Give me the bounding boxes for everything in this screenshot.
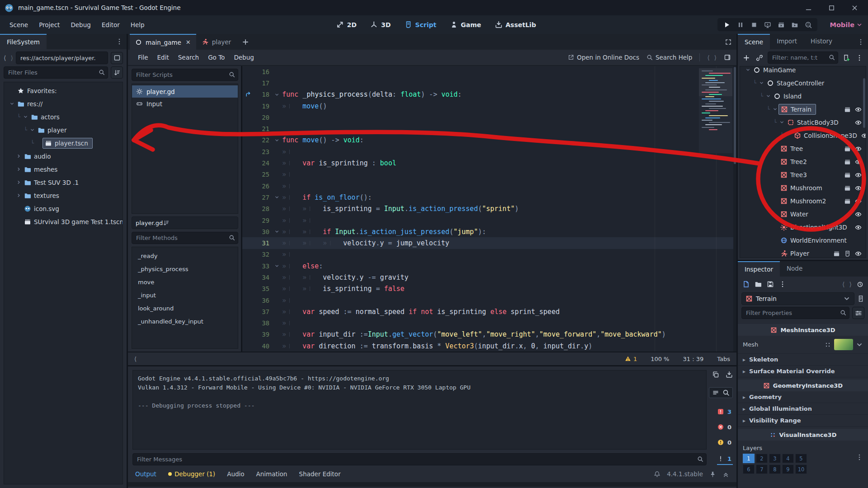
close-button[interactable]: [851, 5, 858, 11]
method-item-unhandled-key-input[interactable]: _unhandled_key_input: [132, 315, 238, 328]
clapper-button[interactable]: [844, 171, 851, 178]
editor-menu-search[interactable]: Search: [174, 52, 203, 63]
mute-bell-icon[interactable]: [654, 470, 660, 478]
counter-badge-alert[interactable]: 3: [717, 408, 733, 415]
eye-button[interactable]: [855, 223, 862, 231]
export-profile-dropdown[interactable]: Mobile: [830, 21, 863, 28]
nav-back-icon[interactable]: ⟨: [4, 54, 6, 61]
file-item-test-suv-3d-1[interactable]: Test SUV 3D .1: [4, 176, 123, 189]
code-line-35[interactable]: 35is_sprinting = false: [242, 283, 736, 295]
filter-scripts-input[interactable]: [132, 69, 238, 81]
menu-project[interactable]: Project: [34, 19, 65, 31]
code-line-29[interactable]: 29: [242, 215, 736, 226]
clapper-button[interactable]: [844, 158, 851, 165]
file-item-meshes[interactable]: meshes: [4, 163, 123, 176]
inspector-back-icon[interactable]: ⟨: [842, 281, 844, 288]
maximize-button[interactable]: [828, 5, 835, 11]
node-item-tree2[interactable]: Tree2: [740, 155, 866, 168]
bottom-tab-debugger-1[interactable]: Debugger (1): [168, 470, 215, 478]
zoom-level[interactable]: 100 %: [651, 356, 669, 362]
bottom-tab-animation[interactable]: Animation: [256, 470, 288, 478]
file-item-audio[interactable]: audio: [4, 150, 123, 163]
code-line-25[interactable]: 25: [242, 169, 736, 180]
history-back-icon[interactable]: ⟨: [707, 54, 709, 61]
play-scene-button[interactable]: [775, 19, 787, 30]
class-header-meshinstance3d[interactable]: MeshInstance3D: [738, 324, 868, 336]
method-item-move[interactable]: move: [132, 276, 238, 289]
clapper-button[interactable]: [844, 197, 851, 205]
tab-scene[interactable]: Scene: [738, 34, 770, 49]
layer-cell-4[interactable]: 4: [782, 454, 794, 463]
new-resource-button[interactable]: [742, 281, 750, 288]
node-item-mushroom[interactable]: Mushroom: [740, 181, 866, 194]
eye-button[interactable]: [855, 197, 862, 205]
script-name-box[interactable]: player.gd: [132, 216, 238, 229]
script-item-player-gd[interactable]: player.gd: [132, 85, 238, 98]
panel-toggle-icon[interactable]: [724, 54, 731, 61]
path-input[interactable]: [16, 52, 108, 64]
clapper-button[interactable]: [844, 184, 851, 192]
group-skeleton[interactable]: ▸Skeleton: [738, 354, 868, 366]
code-line-39[interactable]: 39var input_dir :=Input.get_vector("move…: [242, 329, 736, 340]
class-header-geometryinstance3d[interactable]: GeometryInstance3D: [738, 380, 868, 391]
play-custom-scene-button[interactable]: [788, 19, 801, 30]
counter-badge-error[interactable]: 0: [717, 423, 733, 431]
filter-properties-input[interactable]: [741, 307, 849, 319]
code-line-22[interactable]: 22func move() -> void:: [242, 135, 736, 146]
pin-panel-icon[interactable]: [709, 470, 716, 478]
code-line-34[interactable]: 34velocity.y -= gravity: [242, 272, 736, 283]
load-resource-button[interactable]: [755, 281, 762, 288]
node-item-terrain[interactable]: └Terrain: [740, 103, 866, 116]
eye-button[interactable]: [855, 105, 862, 113]
code-line-40[interactable]: 40var direction := transform.basis * Vec…: [242, 340, 736, 352]
code-line-30[interactable]: 30if Input.is_action_just_pressed("jump"…: [242, 226, 736, 237]
node-item-worldenvironment[interactable]: WorldEnvironment: [740, 234, 866, 247]
tab-node[interactable]: Node: [780, 261, 809, 277]
class-header-visualinstance3d[interactable]: VisualInstance3D: [738, 429, 868, 441]
editor-menu-debug[interactable]: Debug: [229, 52, 258, 63]
filter-files-input[interactable]: [4, 66, 108, 79]
minimize-button[interactable]: [805, 5, 812, 11]
node-item-tree3[interactable]: Tree3: [740, 168, 866, 181]
copy-log-button[interactable]: [712, 371, 719, 378]
layer-cell-8[interactable]: 8: [769, 465, 781, 474]
script-item-input[interactable]: Input: [132, 98, 238, 110]
node-item-water[interactable]: Water: [740, 207, 866, 221]
method-item-look-around[interactable]: look_around: [132, 302, 238, 315]
remote-debug-button[interactable]: [761, 19, 774, 30]
edited-node-dropdown[interactable]: Terrain: [741, 292, 854, 305]
filter-messages-input[interactable]: [132, 453, 707, 465]
history-icon[interactable]: [856, 281, 863, 288]
node-item-tree[interactable]: Tree: [740, 142, 866, 155]
eye-button[interactable]: [855, 145, 862, 152]
tab-filesystem[interactable]: FileSystem: [0, 34, 47, 49]
method-item-ready[interactable]: _ready: [132, 249, 238, 263]
clapper-button[interactable]: [833, 249, 840, 257]
file-item-textures[interactable]: textures: [4, 189, 123, 202]
workspace-tab-assetlib[interactable]: AssetLib: [490, 19, 541, 31]
node-item-collisionshape3d[interactable]: └CollisionShape3D: [740, 129, 866, 142]
open-online-docs-button[interactable]: Open in Online Docs: [568, 54, 639, 61]
node-item-island[interactable]: └Island: [740, 89, 866, 103]
code-line-36[interactable]: 36: [242, 295, 736, 306]
workspace-tab-game[interactable]: Game: [445, 19, 486, 31]
editor-tab-main-game[interactable]: main_game✕: [130, 34, 196, 50]
method-item-input[interactable]: _input: [132, 289, 238, 302]
resource-menu-button[interactable]: [779, 281, 786, 288]
file-item-player-tscn[interactable]: └player.tscn: [4, 136, 123, 150]
eye-button[interactable]: [855, 118, 862, 126]
dock-menu-icon[interactable]: [116, 38, 127, 45]
node-item-staticbody3d[interactable]: └StaticBody3D: [740, 116, 866, 129]
code-line-31[interactable]: 31velocity.y = jump_velocity: [242, 237, 736, 249]
eye-button[interactable]: [855, 171, 862, 178]
bottom-tab-shader-editor[interactable]: Shader Editor: [299, 470, 340, 478]
property-mesh[interactable]: Mesh: [738, 336, 868, 354]
menu-help[interactable]: Help: [126, 19, 150, 31]
code-line-27[interactable]: 27if is_on_floor():: [242, 192, 736, 203]
node-item-directionallight3d[interactable]: DirectionalLight3D: [740, 221, 866, 234]
menu-editor[interactable]: Editor: [97, 19, 125, 31]
menu-debug[interactable]: Debug: [66, 19, 95, 31]
attach-script-button[interactable]: [841, 53, 851, 63]
code-editor[interactable]: 161718func _physics_process(delta: float…: [241, 66, 736, 352]
tab-import[interactable]: Import: [770, 34, 804, 49]
